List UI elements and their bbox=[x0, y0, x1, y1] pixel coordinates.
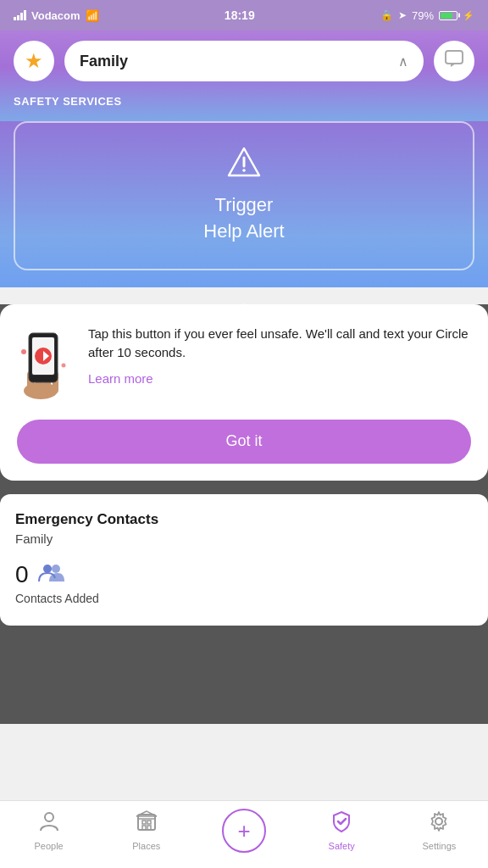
safety-services-label: SAFETY SERVICES bbox=[14, 95, 474, 121]
svg-rect-0 bbox=[446, 51, 463, 64]
people-icon bbox=[38, 810, 60, 837]
star-button[interactable]: ★ bbox=[14, 41, 54, 81]
signal-icon bbox=[14, 10, 26, 20]
emergency-contacts-title: Emergency Contacts bbox=[15, 511, 473, 528]
chat-icon bbox=[444, 48, 464, 74]
svg-point-14 bbox=[21, 349, 26, 354]
dark-overlay: Tap this button if you ever feel unsafe.… bbox=[0, 304, 488, 656]
got-it-button[interactable]: Got it bbox=[17, 420, 471, 464]
svg-point-17 bbox=[52, 565, 60, 573]
contacts-row: 0 bbox=[15, 561, 473, 588]
svg-rect-20 bbox=[142, 821, 146, 824]
emergency-contacts-card: Emergency Contacts Family 0 Contacts Add… bbox=[0, 494, 488, 626]
nav-item-plus[interactable]: + bbox=[195, 809, 292, 853]
carrier-label: Vodacom bbox=[31, 9, 80, 22]
plus-button[interactable]: + bbox=[222, 809, 266, 853]
warning-icon bbox=[227, 147, 261, 184]
trigger-help-alert-button[interactable]: Trigger Help Alert bbox=[14, 121, 474, 270]
nav-item-places[interactable]: Places bbox=[97, 810, 195, 851]
svg-point-18 bbox=[45, 813, 53, 821]
pointer-triangle bbox=[229, 303, 259, 319]
svg-rect-22 bbox=[142, 826, 146, 830]
phone-illustration bbox=[17, 325, 76, 404]
plus-icon: + bbox=[237, 820, 250, 842]
svg-point-3 bbox=[242, 169, 246, 172]
nav-label-settings: Settings bbox=[423, 841, 457, 851]
star-icon: ★ bbox=[25, 49, 43, 73]
phone-hand-svg bbox=[17, 325, 76, 401]
tooltip-main-text: Tap this button if you ever feel unsafe.… bbox=[88, 325, 471, 363]
bottom-nav: People Places + Safety bbox=[0, 800, 488, 868]
contacts-added-label: Contacts Added bbox=[15, 592, 473, 605]
svg-point-26 bbox=[435, 818, 442, 825]
tooltip-card: Tap this button if you ever feel unsafe.… bbox=[0, 304, 488, 481]
svg-point-15 bbox=[62, 363, 66, 367]
status-time: 18:19 bbox=[225, 8, 255, 22]
battery-icon bbox=[439, 11, 458, 20]
safety-icon bbox=[330, 810, 352, 837]
learn-more-link[interactable]: Learn more bbox=[88, 371, 153, 386]
header-section: ★ Family ∧ SAFETY SERVICES bbox=[0, 31, 488, 287]
location-icon: ➤ bbox=[398, 9, 407, 21]
trigger-section: Trigger Help Alert bbox=[0, 121, 488, 287]
tooltip-text: Tap this button if you ever feel unsafe.… bbox=[88, 325, 471, 387]
nav-label-places: Places bbox=[132, 841, 160, 851]
status-right: 🔒 ➤ 79% ⚡ bbox=[380, 9, 474, 22]
wifi-icon: 📶 bbox=[86, 9, 99, 22]
tooltip-content: Tap this button if you ever feel unsafe.… bbox=[17, 325, 471, 404]
header: ★ Family ∧ SAFETY SERVICES bbox=[0, 31, 488, 121]
contacts-count: 0 bbox=[15, 561, 29, 588]
header-row: ★ Family ∧ bbox=[14, 41, 474, 81]
nav-label-people: People bbox=[34, 841, 63, 851]
nav-label-safety: Safety bbox=[329, 841, 355, 851]
nav-item-safety[interactable]: Safety bbox=[293, 810, 391, 851]
nav-item-people[interactable]: People bbox=[0, 810, 97, 851]
trigger-title: Trigger Help Alert bbox=[203, 192, 284, 245]
status-bar: Vodacom 📶 18:19 🔒 ➤ 79% ⚡ bbox=[0, 0, 488, 31]
charging-icon: ⚡ bbox=[463, 10, 474, 21]
emergency-contacts-subtitle: Family bbox=[15, 531, 473, 546]
chevron-up-icon: ∧ bbox=[398, 53, 408, 70]
settings-icon bbox=[428, 810, 450, 837]
lock-icon: 🔒 bbox=[380, 9, 393, 21]
nav-item-settings[interactable]: Settings bbox=[391, 810, 488, 851]
chat-button[interactable] bbox=[434, 41, 474, 81]
status-left: Vodacom 📶 bbox=[14, 9, 99, 22]
contacts-icon bbox=[37, 561, 64, 588]
places-icon bbox=[136, 810, 158, 837]
svg-rect-21 bbox=[147, 821, 151, 824]
battery-label: 79% bbox=[412, 9, 434, 22]
svg-point-16 bbox=[43, 565, 52, 573]
family-dropdown-text: Family bbox=[80, 53, 128, 70]
svg-rect-23 bbox=[147, 826, 151, 830]
family-dropdown[interactable]: Family ∧ bbox=[64, 41, 424, 81]
